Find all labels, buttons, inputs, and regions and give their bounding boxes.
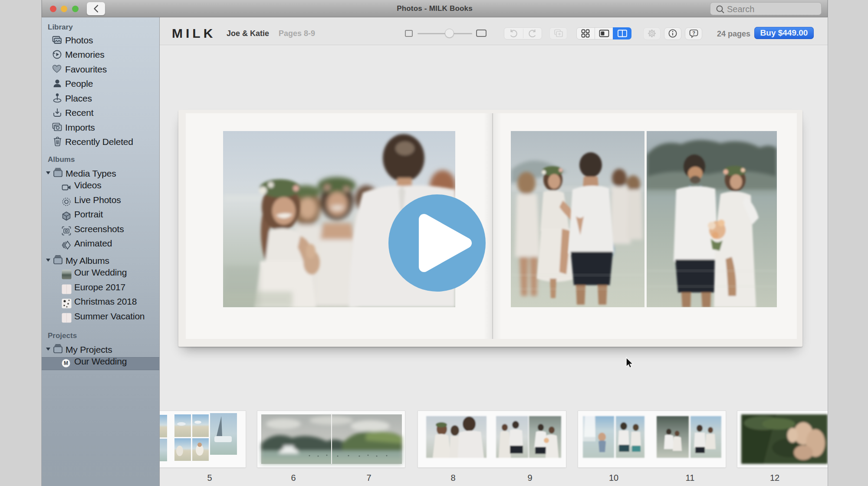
svg-text:?: ? bbox=[692, 30, 695, 36]
